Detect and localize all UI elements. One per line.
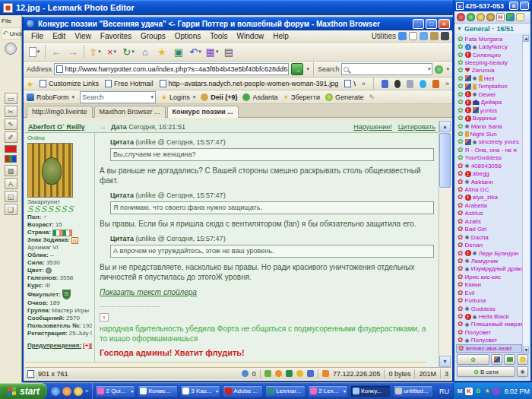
sound-icon[interactable] bbox=[477, 13, 485, 21]
visibility-button[interactable]: ◉ bbox=[517, 366, 528, 377]
menu-item-help[interactable]: Help bbox=[268, 32, 293, 40]
rss-icon[interactable] bbox=[322, 370, 329, 377]
contact-row[interactable]: ✿!Виденье bbox=[456, 114, 522, 122]
quote-link[interactable]: Цитировать bbox=[398, 123, 435, 131]
taskbar-task[interactable]: 2 Qui...▾ bbox=[95, 385, 135, 397]
network-icon[interactable] bbox=[307, 370, 314, 377]
tab-inactive[interactable]: http://img0.liveinte bbox=[27, 106, 93, 118]
contact-row[interactable]: ✿♥Zarunua bbox=[456, 67, 522, 74]
contact-row[interactable]: ✿!yuniss bbox=[456, 106, 522, 114]
panels-button[interactable]: ▤ bbox=[221, 44, 236, 59]
select-tool-button[interactable]: ▭ bbox=[5, 93, 17, 104]
contact-row[interactable]: ✿◉Aektann bbox=[456, 178, 522, 185]
taskbar-task[interactable]: 3 Kas...▾ bbox=[180, 385, 220, 397]
maxthon-tray-icon[interactable]: M bbox=[456, 388, 464, 395]
menu-item-view[interactable]: View bbox=[70, 32, 96, 40]
roboform-logins-button[interactable]: ★Logins▾ bbox=[161, 93, 195, 101]
contact-row[interactable]: ✿Fortuna bbox=[456, 296, 522, 304]
search-engine-icon[interactable] bbox=[435, 65, 443, 74]
report-link[interactable]: Нарушение! bbox=[353, 123, 392, 131]
ie-icon[interactable] bbox=[51, 387, 60, 396]
ext-icon-1[interactable] bbox=[382, 80, 388, 88]
roboform-save-button[interactable]: ✦Зберегти bbox=[283, 93, 320, 101]
text-tool-button[interactable]: A bbox=[5, 178, 17, 189]
forward-button[interactable]: → bbox=[65, 44, 81, 59]
contact-row[interactable]: ✿◉Изумрудный дракон bbox=[456, 265, 522, 273]
message-button[interactable] bbox=[491, 354, 502, 365]
address-input[interactable]: http://www.harrypotter.com.ua/index.php?… bbox=[54, 63, 289, 75]
utility-proxy-icon[interactable] bbox=[398, 32, 407, 40]
link-item[interactable]: http--avatars.nadych.net-people-women-wo… bbox=[160, 80, 339, 87]
warning-badges[interactable]: [+][+] bbox=[83, 342, 92, 350]
contact-row[interactable]: ✿Bad Girl bbox=[456, 226, 522, 233]
roboform-generate-button[interactable]: Generate bbox=[325, 93, 364, 101]
utility-notes-icon[interactable] bbox=[420, 32, 428, 40]
ext-icon-4[interactable] bbox=[420, 80, 426, 88]
media-button[interactable]: ▦▾ bbox=[204, 44, 220, 59]
maximize-button[interactable]: □ bbox=[426, 19, 437, 29]
icq-title-bar[interactable]: ✕ 425-537-053 a _ bbox=[454, 0, 530, 11]
proxy-icon[interactable] bbox=[275, 370, 282, 377]
lexmark-title-bar[interactable]: 12.jpg - Lexmark Photo Editor bbox=[0, 0, 454, 15]
link-item[interactable]: Customize Links bbox=[40, 80, 99, 87]
contact-row[interactable]: ✿Ирис кис-кис bbox=[456, 273, 522, 280]
contact-row[interactable]: ✿i◉LadyNarcy bbox=[456, 43, 522, 50]
contact-row[interactable]: ✿!◉Hella Black bbox=[456, 312, 522, 320]
contact-row[interactable]: ✿Azalis bbox=[456, 217, 522, 225]
links-overflow-chevron[interactable]: » bbox=[362, 80, 366, 87]
roboform-passcard-deii[interactable]: Deii (+9) bbox=[201, 93, 237, 101]
crop-tool-button[interactable]: ✂ bbox=[5, 106, 17, 117]
favorites-button[interactable]: ★ bbox=[154, 44, 169, 59]
menu-item-options[interactable]: Options bbox=[170, 32, 205, 40]
contact-row[interactable]: ✿YourGoddess bbox=[456, 154, 522, 162]
taskbar-task[interactable]: Lexmar... bbox=[265, 385, 306, 397]
taskbar-task[interactable]: Adobe ... bbox=[223, 385, 263, 397]
spoiler-link[interactable]: Показать текст спойлера bbox=[100, 287, 434, 297]
contact-row[interactable]: ✿Fata Morgana bbox=[456, 35, 522, 43]
contact-row[interactable]: ✿!Силенцио bbox=[456, 51, 522, 59]
contact-row[interactable]: ✿Я - Она, она - не я bbox=[456, 146, 522, 154]
scroll-down-arrow[interactable]: ▼ bbox=[439, 356, 451, 367]
services-icon[interactable] bbox=[467, 13, 475, 21]
contact-row[interactable]: ✿◉408943056 bbox=[456, 162, 522, 169]
online-status-button[interactable]: ✿В сети bbox=[457, 366, 515, 377]
contact-row[interactable]: ✿◉Dacha bbox=[456, 233, 522, 241]
taskbar-task[interactable]: Конку... bbox=[350, 385, 391, 397]
color-swatch-red[interactable] bbox=[5, 145, 17, 153]
capture-button[interactable]: ▣ bbox=[171, 44, 186, 59]
minimize-button[interactable]: _ bbox=[413, 19, 424, 29]
ext-icon-5[interactable] bbox=[432, 80, 439, 88]
back-button[interactable]: ← bbox=[49, 44, 64, 59]
star-tray-icon[interactable]: ★ bbox=[483, 388, 491, 395]
mail-button[interactable] bbox=[504, 354, 515, 365]
undo-button[interactable]: ↶▾ bbox=[188, 44, 203, 59]
search-user-button[interactable] bbox=[517, 354, 528, 365]
lexmark-file-menu[interactable]: File bbox=[0, 15, 21, 27]
lexmark-undo-button[interactable]: ↶ Undo bbox=[1, 27, 21, 40]
utilities-label[interactable]: Utilities bbox=[372, 32, 396, 40]
contact-row[interactable]: ✿sleeping-beauty bbox=[456, 59, 522, 66]
roboform-search-input[interactable]: Search▾ bbox=[80, 91, 156, 103]
taskbar-task[interactable]: untitled... bbox=[393, 385, 433, 397]
ext-icon-3[interactable] bbox=[407, 80, 413, 88]
eraser-tool-button[interactable]: ◱ bbox=[5, 191, 17, 202]
plugin-icon[interactable] bbox=[286, 370, 293, 377]
home-button[interactable]: ⌂ bbox=[138, 44, 153, 59]
contact-row[interactable]: ✿◉Лемурчик bbox=[456, 257, 522, 264]
link-item[interactable]: Free Hotmail bbox=[105, 80, 154, 87]
zoom-tool-icon[interactable] bbox=[5, 43, 17, 55]
link-item[interactable]: Windows bbox=[344, 80, 356, 87]
history-icon[interactable]: H bbox=[496, 13, 505, 21]
quick-launch-chevron[interactable]: » bbox=[85, 388, 88, 394]
menu-item-tools[interactable]: Tools bbox=[205, 32, 232, 40]
contact-row[interactable]: ✿!abegg bbox=[456, 169, 522, 177]
language-indicator[interactable]: RU bbox=[435, 383, 453, 399]
contact-row[interactable]: ✿Evil bbox=[456, 289, 522, 296]
icq-flower-tray-icon[interactable]: ✿ bbox=[474, 388, 482, 395]
contact-row[interactable]: ✿◉Полусвет bbox=[456, 337, 522, 344]
contact-row[interactable]: ✿Night Sun bbox=[456, 130, 522, 138]
utility-tools-icon[interactable] bbox=[441, 32, 449, 40]
contact-scrollbar[interactable]: ▲ ▼ bbox=[522, 35, 529, 353]
taskbar-task[interactable]: 2 Lex...▾ bbox=[308, 385, 348, 397]
contact-row[interactable]: ✿◉Hell bbox=[456, 74, 522, 82]
